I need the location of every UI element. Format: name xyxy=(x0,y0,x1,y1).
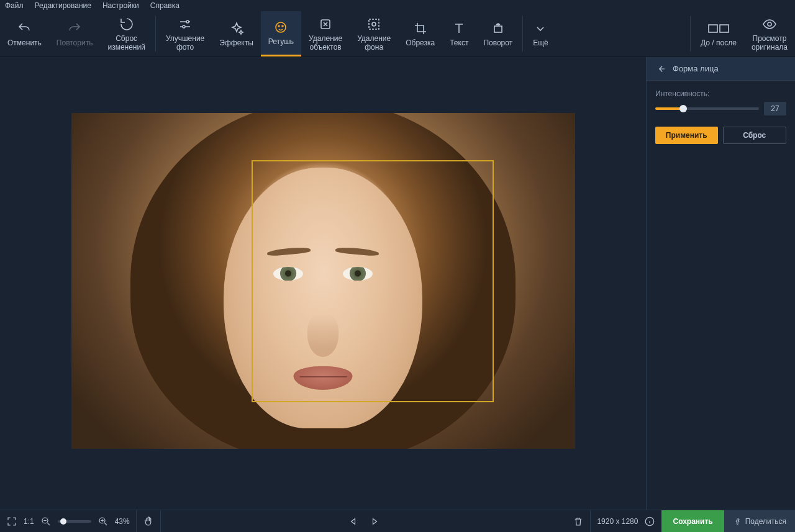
rotate-button[interactable]: Поворот xyxy=(476,11,520,56)
erase-bg-icon xyxy=(366,17,381,32)
info-button[interactable] xyxy=(644,516,655,527)
image-dimensions: 1920 x 1280 xyxy=(597,517,638,526)
zoom-slider[interactable] xyxy=(58,520,91,523)
intensity-label: Интенсивность: xyxy=(655,89,786,98)
zoom-in-button[interactable] xyxy=(98,516,109,527)
svg-point-0 xyxy=(186,20,189,23)
redo-label: Повторить xyxy=(57,38,93,47)
redo-icon xyxy=(67,21,82,36)
svg-point-3 xyxy=(278,25,279,27)
apply-button[interactable]: Применить xyxy=(655,127,718,144)
enhance-button[interactable]: Улучшение фото xyxy=(158,11,212,56)
canvas-area[interactable] xyxy=(0,57,646,510)
eye-icon xyxy=(762,17,777,32)
view-original-button[interactable]: Просмотр оригинала xyxy=(744,11,795,56)
reset-button[interactable]: Сброс xyxy=(723,127,787,144)
menu-edit[interactable]: Редактирование xyxy=(35,1,91,10)
undo-button[interactable]: Отменить xyxy=(0,11,49,56)
crop-icon xyxy=(413,21,428,36)
retouch-button[interactable]: Ретушь xyxy=(261,11,301,56)
undo-label: Отменить xyxy=(7,38,42,47)
crop-button[interactable]: Обрезка xyxy=(398,11,442,56)
rotate-label: Поворот xyxy=(483,38,512,47)
undo-icon xyxy=(17,21,32,36)
menu-settings[interactable]: Настройки xyxy=(102,1,139,10)
svg-point-7 xyxy=(372,22,376,26)
intensity-slider[interactable] xyxy=(655,107,759,110)
text-label: Текст xyxy=(450,38,468,47)
rotate-icon xyxy=(491,21,506,36)
delete-background-button[interactable]: Удаление фона xyxy=(350,11,398,56)
photo-preview xyxy=(71,113,575,449)
erase-object-icon xyxy=(318,17,333,32)
reset-icon xyxy=(119,17,134,32)
svg-point-2 xyxy=(276,22,286,32)
sparkle-icon xyxy=(229,21,244,36)
back-arrow-icon[interactable] xyxy=(655,63,666,74)
facebook-icon xyxy=(733,517,742,526)
zoom-percent: 43% xyxy=(115,517,130,526)
reset-changes-button[interactable]: Сброс изменений xyxy=(100,11,152,56)
delobj-label: Удаление объектов xyxy=(309,34,342,52)
crop-label: Обрезка xyxy=(406,38,435,47)
text-icon xyxy=(452,21,466,36)
svg-rect-6 xyxy=(369,19,379,29)
pan-button[interactable] xyxy=(143,516,154,527)
svg-point-1 xyxy=(183,25,185,28)
reset-label: Сброс изменений xyxy=(107,34,145,52)
menu-bar: Файл Редактирование Настройки Справка xyxy=(0,0,795,11)
svg-point-11 xyxy=(768,22,771,26)
menu-file[interactable]: Файл xyxy=(5,1,24,10)
svg-rect-9 xyxy=(709,25,717,32)
face-selection-box[interactable] xyxy=(252,160,494,402)
compare-icon xyxy=(707,21,730,36)
panel-header: Форма лица xyxy=(647,57,795,81)
save-button[interactable]: Сохранить xyxy=(661,510,724,532)
more-label: Ещё xyxy=(533,38,548,47)
scale-11-button[interactable]: 1:1 xyxy=(24,517,34,526)
chevron-down-icon xyxy=(533,21,548,36)
svg-point-4 xyxy=(282,25,283,27)
text-button[interactable]: Текст xyxy=(442,11,476,56)
before-after-label: До / после xyxy=(701,38,737,47)
delete-button[interactable] xyxy=(573,516,584,527)
panel-title: Форма лица xyxy=(673,64,719,73)
prev-button[interactable] xyxy=(348,516,360,527)
status-bar: 1:1 43% 1920 x 1280 Сохранить Поделиться xyxy=(0,510,795,532)
effects-label: Эффекты xyxy=(219,38,253,47)
delete-objects-button[interactable]: Удаление объектов xyxy=(301,11,350,56)
more-button[interactable]: Ещё xyxy=(525,11,556,56)
svg-rect-10 xyxy=(720,25,729,32)
share-button[interactable]: Поделиться xyxy=(724,510,795,532)
retouch-label: Ретушь xyxy=(268,37,294,46)
redo-button[interactable]: Повторить xyxy=(49,11,101,56)
effects-button[interactable]: Эффекты xyxy=(212,11,261,56)
menu-help[interactable]: Справка xyxy=(150,1,179,10)
enhance-label: Улучшение фото xyxy=(166,34,204,52)
main-toolbar: Отменить Повторить Сброс изменений Улучш… xyxy=(0,11,795,57)
fullscreen-button[interactable] xyxy=(6,516,17,527)
delbg-label: Удаление фона xyxy=(357,34,391,52)
svg-rect-8 xyxy=(494,26,502,32)
before-after-button[interactable]: До / после xyxy=(693,11,744,56)
view-orig-label: Просмотр оригинала xyxy=(752,34,788,52)
intensity-value: 27 xyxy=(764,102,786,115)
zoom-out-button[interactable] xyxy=(40,516,52,527)
right-sidebar: Форма лица Интенсивность: 27 Применить С… xyxy=(646,57,795,510)
sliders-icon xyxy=(178,17,193,32)
next-button[interactable] xyxy=(368,516,379,527)
face-icon xyxy=(273,20,288,35)
share-label: Поделиться xyxy=(745,517,786,526)
